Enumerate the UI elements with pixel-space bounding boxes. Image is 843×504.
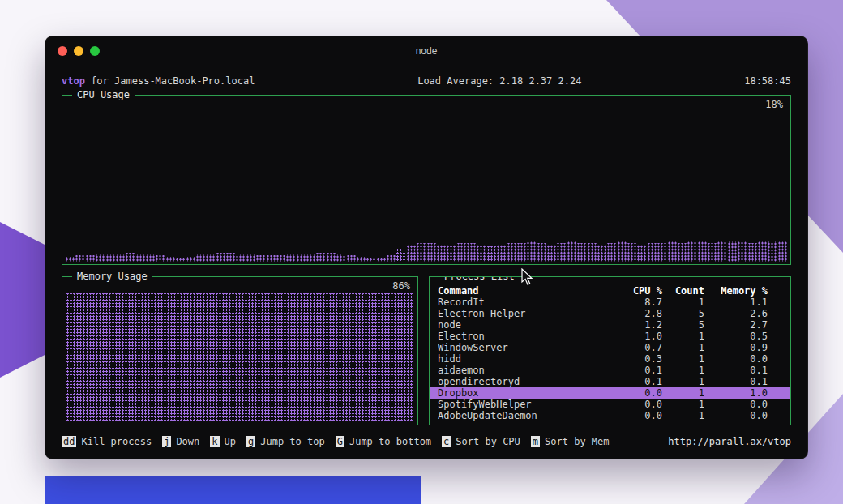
process-cell: opendirectoryd (438, 376, 617, 387)
shortcut-jump-to-top: gJump to top (246, 436, 325, 447)
memory-current-value: 86% (392, 280, 410, 292)
process-rows: RecordIt8.711.1Electron Helper2.852.6nod… (430, 297, 790, 421)
cpu-history-bar (567, 241, 576, 262)
cpu-history-bar (698, 241, 707, 262)
process-cell: 0.0 (617, 399, 662, 410)
cpu-history-bar (497, 245, 506, 262)
cpu-history-bar (407, 245, 416, 262)
vtop-link[interactable]: http://parall.ax/vtop (668, 436, 791, 447)
process-row[interactable]: AdobeUpdateDaemon0.010.0 (430, 410, 790, 421)
process-cell: 1 (662, 297, 704, 308)
process-row[interactable]: SpotifyWebHelper0.010.0 (430, 399, 790, 410)
process-row[interactable]: node1.252.7 (430, 319, 790, 331)
cpu-history-bar (297, 254, 306, 262)
process-row[interactable]: Dropbox0.011.0 (430, 387, 790, 399)
cpu-history-bar (96, 254, 105, 262)
decor-shape-bottom-blue (45, 476, 422, 504)
cpu-history-bar (267, 255, 276, 262)
zoom-button[interactable] (90, 46, 100, 56)
terminal-window: node vtop for Jamess-MacBook-Pro.local L… (45, 36, 808, 459)
cpu-history-bar (687, 241, 696, 262)
process-cell: 0.0 (617, 387, 662, 399)
cpu-history-bar (708, 243, 717, 262)
cpu-history-bar (457, 243, 466, 262)
load-average: Load Average: 2.18 2.37 2.24 (417, 75, 581, 87)
process-cell: 0.0 (704, 353, 768, 365)
process-cell: 0.5 (704, 331, 768, 342)
cpu-history-bar (678, 243, 687, 262)
cpu-history-bar (216, 253, 225, 262)
shortcut-jump-to-bottom: GJump to bottom (336, 436, 431, 447)
process-row[interactable]: Electron1.010.5 (430, 331, 790, 342)
cpu-history-bar (618, 241, 627, 262)
process-cell: 1 (662, 376, 704, 387)
process-cell: 0.1 (617, 365, 662, 376)
process-cell: 2.6 (704, 308, 768, 319)
process-row[interactable]: RecordIt8.711.1 (430, 297, 790, 308)
cpu-history-bar (86, 255, 95, 262)
shortcut-down: jDown (162, 436, 199, 447)
cpu-history-bar (366, 258, 375, 262)
close-button[interactable] (58, 46, 67, 56)
column-cpu: CPU % (617, 285, 662, 297)
host-suffix: for Jamess-MacBook-Pro.local (85, 75, 255, 87)
cpu-history-bar (186, 257, 195, 262)
cpu-history-bar (417, 243, 426, 262)
cpu-history-bar (657, 243, 666, 262)
window-titlebar[interactable]: node (45, 36, 807, 66)
cpu-history-bar (517, 243, 526, 262)
cpu-history-bar (728, 241, 737, 262)
cpu-history-bar (637, 245, 646, 262)
process-cell: 0.0 (704, 410, 768, 421)
cpu-history-bar (627, 243, 636, 262)
process-row[interactable]: aidaemon0.110.1 (430, 365, 790, 376)
cpu-history-bar (136, 254, 145, 262)
cpu-history-bar (557, 243, 566, 262)
cpu-history-bar (547, 245, 556, 262)
process-row[interactable]: Electron Helper2.852.6 (430, 308, 790, 319)
cpu-history-bar (316, 253, 325, 262)
cpu-history-bar (196, 254, 205, 262)
shortcut-key: j (162, 436, 171, 447)
cpu-history-bar (748, 243, 757, 262)
shortcut-sort-by-cpu: cSort by CPU (442, 436, 520, 447)
process-list-panel: Process List Command CPU % Count Memory … (429, 276, 791, 425)
cpu-history-bar (276, 255, 285, 262)
hostname-text: vtop for Jamess-MacBook-Pro.local (62, 75, 255, 87)
process-row[interactable]: opendirectoryd0.110.1 (430, 376, 790, 387)
shortcut-kill-process: ddKill process (62, 436, 152, 447)
shortcut-label: Kill process (81, 436, 152, 447)
process-row[interactable]: WindowServer0.710.9 (430, 342, 790, 353)
cpu-history-bar (347, 255, 356, 262)
process-cell: node (438, 319, 617, 331)
shortcut-sort-by-mem: mSort by Mem (531, 436, 610, 447)
cpu-history-bar (66, 257, 75, 262)
cpu-history-bar (206, 254, 215, 262)
mid-row: Memory Usage 86% Process List Command CP… (62, 276, 791, 425)
clock: 18:58:45 (744, 75, 791, 87)
cpu-history-bar (648, 243, 657, 262)
process-cell: WindowServer (438, 342, 617, 353)
shortcut-label: Sort by CPU (456, 436, 520, 447)
cpu-history-bar (226, 253, 235, 262)
vtop-header: vtop for Jamess-MacBook-Pro.local Load A… (62, 75, 791, 87)
cpu-history-bar (447, 245, 456, 262)
process-cell: 1 (662, 387, 704, 399)
cpu-history-bar (246, 254, 255, 262)
cpu-history-bar (467, 243, 476, 262)
process-cell: 1.1 (704, 297, 768, 308)
process-cell: 0.1 (704, 365, 768, 376)
cpu-history-bar (166, 257, 175, 262)
process-row[interactable]: hidd0.310.0 (430, 353, 790, 365)
cpu-history-bar (75, 255, 84, 262)
shortcut-label: Jump to top (260, 436, 324, 447)
process-list-title: Process List (439, 276, 520, 282)
cpu-history-bar (758, 241, 767, 262)
cpu-history-bar (577, 243, 586, 262)
process-cell: 1 (662, 342, 704, 353)
footer-bar: ddKill processjDownkUpgJump to topGJump … (62, 436, 791, 447)
cpu-history-bar (357, 257, 366, 262)
column-command: Command (438, 285, 617, 297)
minimize-button[interactable] (74, 46, 83, 56)
cpu-history-bar (768, 241, 777, 262)
